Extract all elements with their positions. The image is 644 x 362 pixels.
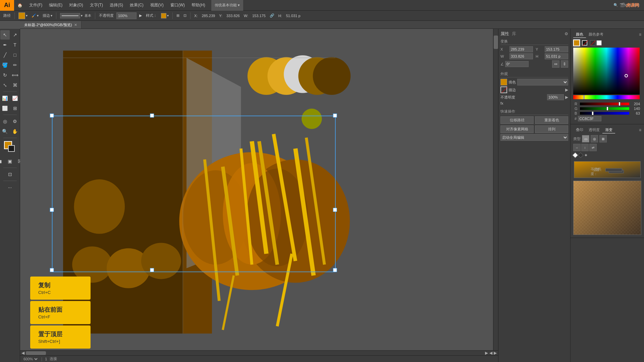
grad-ctrl-1[interactable]: ↔ (573, 144, 581, 151)
selection-tool[interactable]: ↖ (0, 30, 10, 40)
h-scroll-right[interactable]: ▶ (485, 351, 488, 355)
stroke-swatch[interactable] (500, 86, 507, 93)
transform-icon[interactable]: ⊡ (182, 13, 188, 18)
overprint-tab[interactable]: 叠印 (573, 127, 586, 133)
stroke-expand[interactable]: ▶ (565, 87, 568, 92)
menu-help[interactable]: 帮助(H) (188, 0, 209, 11)
copy-menu-item[interactable]: 复制 Ctrl+C (30, 277, 91, 300)
arrange-btn[interactable]: 排列 (535, 125, 568, 133)
opacity-tab[interactable]: 透明度 (586, 127, 602, 133)
workspace-select[interactable]: 传统基本功能 ▾ (211, 0, 243, 11)
menu-object[interactable]: 对象(O) (66, 0, 86, 11)
home-icon[interactable]: 🏠 (14, 0, 26, 11)
fill-color-preview[interactable] (18, 12, 25, 19)
color-picker-area[interactable] (572, 47, 643, 101)
tab-close-btn[interactable]: ✕ (74, 23, 77, 27)
bring-to-top-menu-item[interactable]: 置于顶层 Shift+Ctrl+] (30, 325, 91, 349)
artboard-tool[interactable]: ⊡ (5, 170, 15, 179)
flip-h-btn[interactable]: ⇔ (552, 60, 559, 68)
mesh-tool[interactable]: ⊞ (10, 104, 20, 113)
line-tool[interactable]: ╱ (0, 50, 10, 60)
offset-path-btn[interactable]: 位移路径 (500, 116, 534, 124)
column-graph[interactable]: 📈 (10, 94, 20, 103)
opacity-input-p[interactable] (547, 94, 564, 100)
pencil-tool[interactable]: ✏ (10, 60, 20, 70)
stroke-width[interactable]: ▾ 基本 (59, 13, 93, 18)
global-edit-select[interactable]: 启动全局编辑 (500, 134, 568, 141)
nav-arrows-right[interactable]: ▶ (494, 351, 497, 355)
grad-ctrl-3[interactable]: ⇌ (589, 144, 597, 151)
linear-gradient-btn[interactable]: ▭ (582, 135, 589, 142)
props-gear-icon[interactable]: ⚙ (565, 32, 568, 36)
horizontal-scrollbar[interactable]: ◀ ▶ ◀ ▶ (20, 350, 498, 355)
g-bar[interactable] (580, 107, 629, 110)
recolor-btn[interactable]: 重新着色 (535, 116, 568, 124)
color-mode[interactable]: ◼ (0, 157, 5, 166)
gradient-preview-box[interactable]: 不透明度： 位置： (574, 161, 641, 178)
h-input[interactable] (545, 53, 568, 59)
color-ref-tab[interactable]: 颜色参考 (586, 31, 606, 38)
r-bar[interactable] (580, 103, 629, 105)
brush-tool-select[interactable]: 🖌️ ▾ (30, 13, 40, 18)
menu-text[interactable]: 文字(T) (87, 0, 106, 11)
gradient-mode[interactable]: ▣ (5, 157, 15, 166)
g-thumb[interactable] (606, 107, 608, 111)
paint-bucket[interactable]: 🪣 (0, 60, 10, 70)
scale-tool[interactable]: ⤡ (0, 80, 10, 90)
canvas-area[interactable]: 复制 Ctrl+C 贴在前面 Ctrl+F 置于顶层 Shift+Ctrl+] (20, 29, 498, 355)
type-tool[interactable]: T (10, 40, 20, 50)
transparency-panel-header[interactable]: 叠印 透明度 渐变 ≡ (572, 126, 643, 134)
b-thumb[interactable] (592, 111, 594, 115)
more-tools[interactable]: ··· (5, 183, 15, 192)
stop-diamond-1[interactable] (573, 153, 578, 158)
x-input[interactable] (509, 46, 533, 52)
opacity-expand-p[interactable]: ▶ (565, 95, 568, 100)
b-bar[interactable] (580, 112, 629, 115)
rotate-tool[interactable]: ↻ (0, 70, 10, 80)
color-none-btn[interactable] (590, 40, 595, 46)
fill-swatch[interactable] (500, 79, 507, 85)
menu-window[interactable]: 窗口(W) (167, 0, 188, 11)
hex-input[interactable] (578, 116, 601, 121)
link-icon[interactable]: 🔗 (268, 13, 276, 18)
gradient-tab[interactable]: 渐变 (602, 127, 615, 133)
color-gradient-canvas[interactable] (573, 48, 640, 95)
color-panel-header[interactable]: 颜色 颜色参考 ≡ (572, 30, 643, 39)
h-scroll-thumb[interactable] (26, 351, 46, 355)
stroke-color-box[interactable] (8, 145, 15, 152)
direct-selection-tool[interactable]: ↗ (10, 30, 20, 40)
align-icon[interactable]: ⊞ (175, 13, 181, 18)
freeform-gradient-btn[interactable]: ⊞ (599, 135, 607, 142)
position-bar[interactable] (605, 168, 622, 172)
mirror-tool[interactable]: ⟺ (10, 70, 20, 80)
opacity-expand[interactable]: ▶ (138, 13, 143, 18)
opacity-input[interactable] (116, 12, 137, 19)
w-input[interactable] (509, 53, 533, 59)
zoom-select[interactable]: 600% (22, 357, 39, 361)
angle-input[interactable] (505, 61, 529, 67)
symbol-tool[interactable]: ⚙ (10, 117, 20, 126)
r-thumb[interactable] (619, 102, 621, 106)
fill-indicator[interactable] (573, 40, 580, 46)
menu-select[interactable]: 选择(S) (106, 0, 126, 11)
color-picker-cursor[interactable] (625, 74, 628, 77)
radial-gradient-btn[interactable]: ◎ (591, 135, 598, 142)
y-input[interactable] (545, 46, 568, 52)
graph-tool[interactable]: 📊 (0, 94, 10, 103)
style-swatch[interactable]: ▾ (160, 13, 170, 18)
h-scroll-left[interactable]: ◀ (21, 351, 24, 355)
fill-type-select[interactable] (517, 79, 568, 85)
menu-file[interactable]: 文件(F) (26, 0, 46, 11)
grad-ctrl-2[interactable]: ↕ (581, 144, 589, 151)
stop-add[interactable]: ✦ (584, 153, 588, 158)
align-pixel-btn[interactable]: 对齐像素网格 (500, 125, 534, 133)
color-tab[interactable]: 颜色 (573, 31, 586, 38)
zoom-tool[interactable]: 🔍 (0, 127, 10, 136)
menu-view[interactable]: 视图(V) (147, 0, 167, 11)
hue-bar[interactable] (573, 95, 640, 99)
warp-tool[interactable]: ⌘ (10, 80, 20, 90)
gradient-tool[interactable]: ⬜ (0, 104, 10, 113)
stroke-indicator[interactable] (582, 40, 587, 46)
document-tab[interactable]: 未标题-2* @ 600% ( RGB/预览 ) ✕ (20, 21, 82, 28)
pen-tool[interactable]: ✒ (0, 40, 10, 50)
